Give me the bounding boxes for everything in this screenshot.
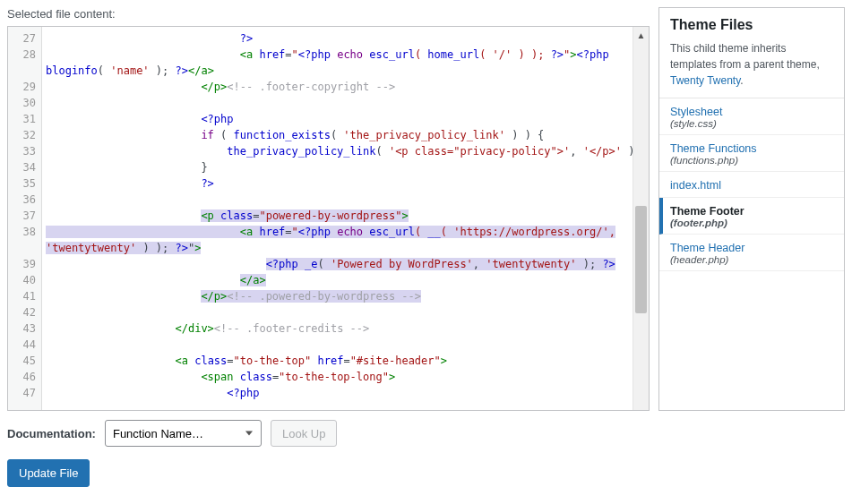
inherit-note: This child theme inherits templates from…: [659, 40, 844, 98]
theme-files-sidebar: Theme Files This child theme inherits te…: [658, 7, 845, 411]
update-file-button[interactable]: Update File: [7, 459, 90, 487]
code-area[interactable]: ?> <a href="<?php echo esc_url( home_url…: [42, 27, 649, 410]
line-gutter: 2728 29303132333435363738 39404142434445…: [8, 27, 42, 410]
documentation-label: Documentation:: [7, 427, 96, 440]
editor-title: Selected file content:: [7, 7, 650, 21]
scroll-thumb[interactable]: [635, 206, 647, 313]
function-select[interactable]: Function Name…: [105, 420, 262, 447]
parent-theme-link[interactable]: Twenty Twenty: [670, 74, 740, 87]
file-item[interactable]: index.html: [659, 172, 844, 198]
code-editor[interactable]: 2728 29303132333435363738 39404142434445…: [7, 26, 650, 411]
file-item[interactable]: Theme Footer(footer.php): [659, 198, 844, 235]
sidebar-title: Theme Files: [659, 8, 844, 40]
file-item[interactable]: Stylesheet(style.css): [659, 98, 844, 135]
file-item[interactable]: Theme Functions(functions.php): [659, 135, 844, 172]
lookup-button: Look Up: [271, 420, 337, 447]
scroll-up-arrow[interactable]: ▲: [633, 27, 649, 43]
file-list: Stylesheet(style.css)Theme Functions(fun…: [659, 98, 844, 410]
file-item[interactable]: Theme Header(header.php): [659, 235, 844, 271]
scrollbar[interactable]: ▲: [633, 27, 649, 410]
